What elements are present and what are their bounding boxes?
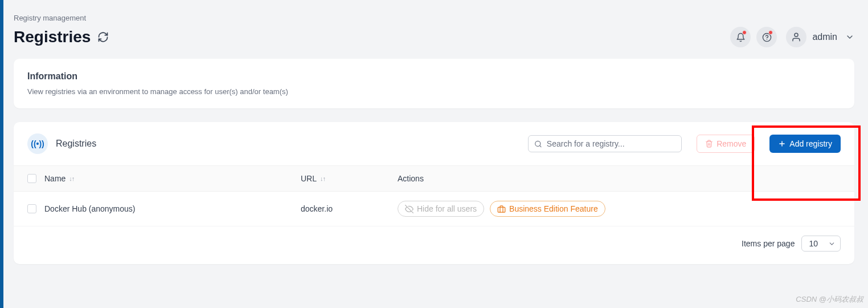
help-dot: [768, 30, 773, 35]
add-registry-label: Add registry: [789, 139, 832, 148]
sort-icon: ↓↑: [69, 175, 74, 182]
column-url[interactable]: URL ↓↑: [301, 174, 398, 183]
registries-panel: ((•)) Registries Remove Add registry Nam…: [14, 122, 854, 264]
panel-title: Registries: [56, 139, 96, 149]
help-button[interactable]: [756, 27, 777, 47]
chevron-down-icon: [828, 240, 836, 248]
table-row: Docker Hub (anonymous) docker.io Hide fo…: [14, 192, 854, 226]
notifications-dot: [742, 30, 747, 35]
eye-off-icon: [405, 205, 413, 213]
svg-rect-8: [498, 207, 505, 212]
column-actions: Actions: [398, 174, 841, 183]
username-label: admin: [812, 32, 837, 42]
briefcase-icon: [497, 205, 506, 213]
items-per-page-value: 10: [809, 239, 818, 248]
remove-label: Remove: [716, 139, 746, 148]
items-per-page-label: Items per page: [742, 239, 795, 248]
column-name[interactable]: Name ↓↑: [44, 174, 301, 183]
user-icon: [786, 27, 806, 47]
select-all-checkbox[interactable]: [27, 174, 36, 183]
items-per-page-select[interactable]: 10: [801, 236, 841, 252]
search-wrap[interactable]: [528, 135, 682, 152]
svg-line-4: [540, 145, 541, 147]
plus-icon: [778, 140, 786, 148]
trash-icon: [705, 140, 713, 148]
information-card: Information View registries via an envir…: [14, 59, 854, 108]
sidebar-accent: [0, 0, 3, 308]
notifications-button[interactable]: [730, 27, 751, 47]
table-header: Name ↓↑ URL ↓↑ Actions: [14, 165, 854, 192]
hide-for-all-users-button[interactable]: Hide for all users: [398, 201, 484, 217]
registry-name[interactable]: Docker Hub (anonymous): [44, 204, 301, 213]
information-text: View registries via an environment to ma…: [27, 87, 841, 96]
user-menu[interactable]: admin: [786, 27, 854, 47]
business-edition-pill[interactable]: Business Edition Feature: [490, 201, 605, 217]
watermark: CSDN @小码农叔叔: [796, 294, 863, 305]
row-checkbox[interactable]: [27, 204, 36, 213]
remove-button[interactable]: Remove: [697, 135, 755, 153]
refresh-icon[interactable]: [97, 31, 109, 43]
svg-point-2: [795, 33, 798, 37]
sort-icon: ↓↑: [320, 175, 325, 182]
search-icon: [534, 140, 542, 148]
search-input[interactable]: [547, 139, 675, 148]
information-heading: Information: [27, 71, 841, 82]
registry-url: docker.io: [301, 204, 398, 213]
breadcrumb[interactable]: Registry management: [14, 14, 854, 22]
broadcast-icon: ((•)): [27, 133, 48, 154]
page-title: Registries: [14, 28, 91, 46]
chevron-down-icon: [845, 33, 854, 42]
add-registry-button[interactable]: Add registry: [769, 135, 841, 153]
